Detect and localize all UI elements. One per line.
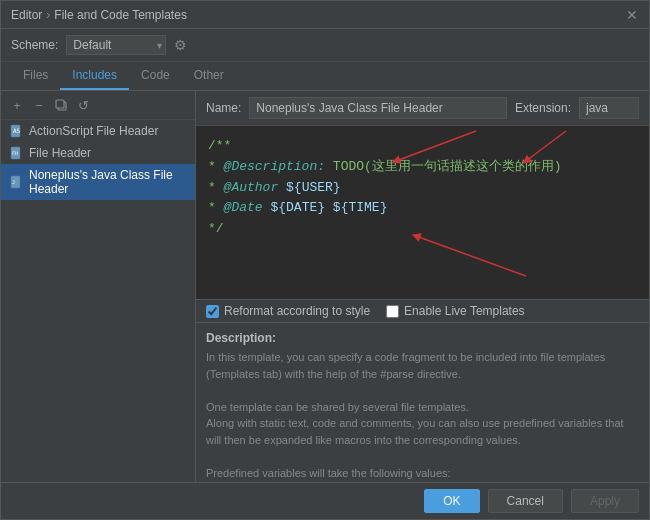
code-line-1: /** [208,136,637,157]
list-item[interactable]: FH File Header [1,142,195,164]
tab-includes[interactable]: Includes [60,62,129,90]
reformat-label: Reformat according to style [224,304,370,318]
title-bar: Editor › File and Code Templates ✕ [1,1,649,29]
svg-line-10 [416,236,526,276]
editor-area[interactable]: /** * @Description: TODO(这里用一句话描述这个类的作用)… [196,126,649,299]
breadcrumb-section: File and Code Templates [54,8,187,22]
add-button[interactable]: + [7,95,27,115]
close-button[interactable]: ✕ [625,8,639,22]
svg-rect-1 [56,100,64,108]
scheme-select-wrapper: Default Project [66,35,166,55]
main-content: + − ↺ AS ActionScript File H [1,91,649,482]
tab-other[interactable]: Other [182,62,236,90]
name-input[interactable] [249,97,507,119]
right-panel: Name: Extension: /** * @Description: TOD… [196,91,649,482]
code-line-2: * @Description: TODO(这里用一句话描述这个类的作用) [208,157,637,178]
file-item-label: ActionScript File Header [29,124,158,138]
window: Editor › File and Code Templates ✕ Schem… [0,0,650,520]
svg-text:AS: AS [13,127,21,134]
list-item[interactable]: AS ActionScript File Header [1,120,195,142]
reset-button[interactable]: ↺ [73,95,93,115]
apply-button[interactable]: Apply [571,489,639,513]
reformat-checkbox[interactable] [206,305,219,318]
list-item-selected[interactable]: J Noneplus's Java Class File Header [1,164,195,200]
file-item-label: Noneplus's Java Class File Header [29,168,187,196]
left-panel-toolbar: + − ↺ [1,91,195,120]
ok-button[interactable]: OK [424,489,479,513]
extension-label: Extension: [515,101,571,115]
tab-files[interactable]: Files [11,62,60,90]
action-bar: OK Cancel Apply [1,482,649,519]
left-panel: + − ↺ AS ActionScript File H [1,91,196,482]
live-templates-checkbox[interactable] [386,305,399,318]
live-templates-label: Enable Live Templates [404,304,525,318]
description-text: In this template, you can specify a code… [206,349,639,482]
name-label: Name: [206,101,241,115]
file-list: AS ActionScript File Header FH File Head… [1,120,195,482]
gear-icon[interactable]: ⚙ [174,37,187,53]
breadcrumb-editor: Editor [11,8,42,22]
title-bar-left: Editor › File and Code Templates [11,8,187,22]
breadcrumb-separator: › [46,8,50,22]
copy-button[interactable] [51,95,71,115]
file-item-label: File Header [29,146,91,160]
svg-text:J: J [12,179,15,185]
scheme-row: Scheme: Default Project ⚙ [1,29,649,62]
file-icon: J [9,175,23,189]
tab-code[interactable]: Code [129,62,182,90]
tabs-row: Files Includes Code Other [1,62,649,91]
reformat-checkbox-label[interactable]: Reformat according to style [206,304,370,318]
cancel-button[interactable]: Cancel [488,489,563,513]
extension-input[interactable] [579,97,639,119]
file-icon: AS [9,124,23,138]
code-line-5: */ [208,219,637,240]
svg-text:FH: FH [12,150,18,156]
bottom-bar: Reformat according to style Enable Live … [196,299,649,322]
scheme-label: Scheme: [11,38,58,52]
code-line-3: * @Author ${USER} [208,178,637,199]
remove-button[interactable]: − [29,95,49,115]
name-row: Name: Extension: [196,91,649,126]
live-templates-checkbox-label[interactable]: Enable Live Templates [386,304,525,318]
code-line-4: * @Date ${DATE} ${TIME} [208,198,637,219]
file-icon: FH [9,146,23,160]
description-section: Description: In this template, you can s… [196,322,649,482]
description-title: Description: [206,331,639,345]
scheme-select[interactable]: Default Project [66,35,166,55]
